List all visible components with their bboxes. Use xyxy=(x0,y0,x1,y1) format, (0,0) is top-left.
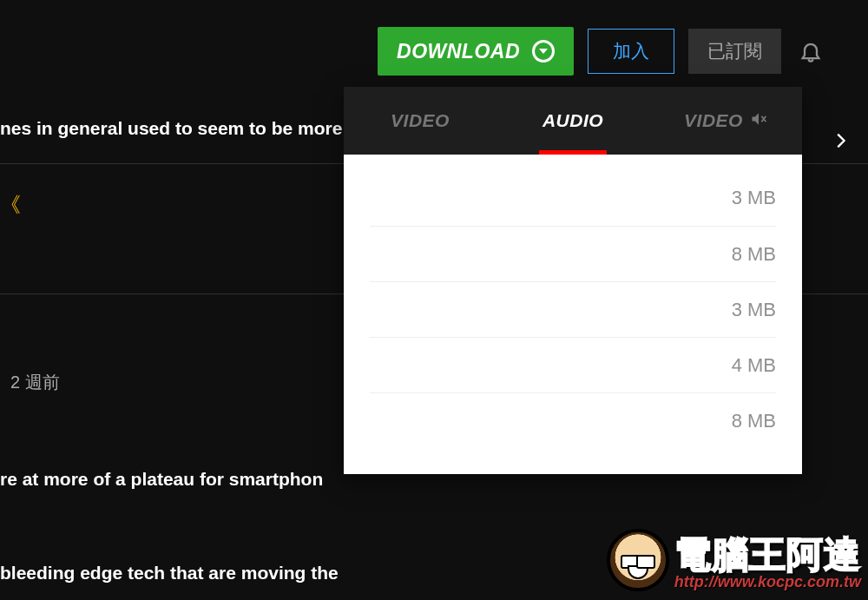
file-size: 4 MB xyxy=(732,354,776,377)
video-title-fragment: nes in general used to seem to be more f… xyxy=(0,118,391,139)
watermark-title: 電腦王阿達 xyxy=(674,537,861,573)
download-option-row[interactable]: 4 MB xyxy=(370,337,776,392)
watermark-url: http://www.kocpc.com.tw xyxy=(674,573,861,591)
watermark-avatar-icon xyxy=(607,529,669,591)
download-panel: VIDEO AUDIO VIDEO 3 MB 8 MB 3 MB 4 MB 8 … xyxy=(344,87,802,474)
comment-timestamp: 2 週前 xyxy=(10,371,60,394)
next-chevron-icon[interactable] xyxy=(828,129,852,153)
tab-video-muted[interactable]: VIDEO xyxy=(649,87,802,155)
file-size: 8 MB xyxy=(732,410,776,432)
download-option-row[interactable]: 3 MB xyxy=(370,281,776,337)
file-size: 8 MB xyxy=(732,243,776,266)
tab-audio[interactable]: AUDIO xyxy=(496,87,649,155)
download-button[interactable]: DOWNLOAD xyxy=(378,27,574,76)
download-panel-body: 3 MB 8 MB 3 MB 4 MB 8 MB xyxy=(344,155,802,474)
mute-icon xyxy=(750,110,767,132)
tab-video[interactable]: VIDEO xyxy=(344,87,496,155)
join-button[interactable]: 加入 xyxy=(588,29,674,74)
subscribed-button[interactable]: 已訂閱 xyxy=(688,29,781,74)
download-button-label: DOWNLOAD xyxy=(397,40,520,63)
file-size: 3 MB xyxy=(732,299,776,321)
download-panel-tabs: VIDEO AUDIO VIDEO xyxy=(344,87,802,155)
orange-text-fragment: 《 xyxy=(0,191,21,219)
download-option-row[interactable]: 8 MB xyxy=(370,392,776,448)
download-option-row[interactable]: 3 MB xyxy=(370,170,776,226)
file-size: 3 MB xyxy=(732,187,776,209)
comment-text: re at more of a plateau for smartphon bl… xyxy=(0,401,339,600)
download-arrow-icon xyxy=(532,40,555,63)
notifications-bell-icon[interactable] xyxy=(795,36,826,67)
watermark: 電腦王阿達 http://www.kocpc.com.tw xyxy=(607,529,861,591)
download-option-row[interactable]: 8 MB xyxy=(370,226,776,281)
